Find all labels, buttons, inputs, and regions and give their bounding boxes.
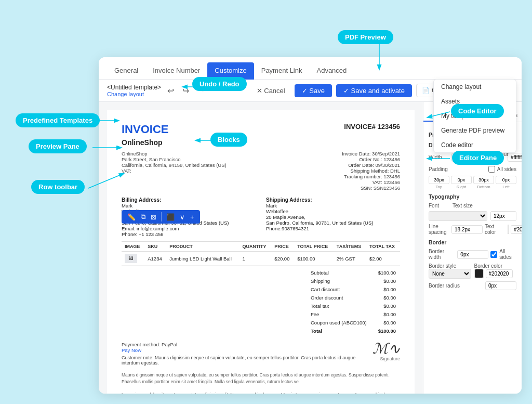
line-spacing-row: Line spacing Text color [429, 224, 516, 235]
payment-section: Payment method: PayPal Pay Now Customer … [122, 342, 400, 366]
padding-right-input[interactable] [451, 176, 472, 184]
border-width-label: Border width [429, 249, 455, 260]
cancel-button[interactable]: ✕ Cancel [251, 84, 290, 97]
annotation-pdf-preview: PDF Preview [338, 30, 393, 44]
border-color-swatch[interactable] [474, 269, 484, 278]
invoice-from: OnlineShop Park Street, San Francisco Ca… [122, 151, 227, 191]
invoice-company: OnlineShop [122, 138, 168, 147]
row-align-button[interactable]: ⬛ [165, 212, 176, 221]
width-label: Width [429, 154, 449, 160]
invoice-table: IMAGE SKU PRODUCT QUANTITY PRICE TOTAL P… [122, 241, 400, 266]
table-row: 🖼 A1234 Jumbing LED Light Wall Ball 1 $2… [122, 252, 400, 266]
border-all-sides-row: All sides [490, 249, 516, 260]
footer-text: Mauris dignissim neque ut sapien vulputa… [122, 372, 400, 394]
right-panel: Change layout Assets My templates Genera… [423, 102, 522, 394]
line-spacing-label: Line spacing [429, 224, 449, 235]
text-size-input[interactable] [490, 211, 516, 221]
font-row: Font Text size [429, 203, 516, 208]
border-radius-input[interactable] [485, 281, 516, 290]
font-select[interactable] [429, 211, 487, 221]
row-add-button[interactable]: + [189, 212, 196, 221]
border-radius-label: Border radius [429, 283, 460, 289]
font-label: Font [429, 203, 449, 208]
padding-row-header: Padding All sides [429, 166, 516, 173]
border-radius-row: Border radius [429, 281, 516, 290]
all-sides-checkbox[interactable] [488, 166, 495, 173]
row-more-button[interactable]: ∨ [178, 212, 187, 221]
item-image: 🖼 [125, 254, 137, 263]
annotation-editor-pane: Editor Pane [452, 151, 504, 165]
padding-label: Padding [429, 166, 449, 172]
tab-advanced[interactable]: Advanced [309, 62, 354, 80]
payment-info: Payment method: PayPal Pay Now Customer … [122, 342, 373, 366]
all-sides-label: All sides [497, 166, 516, 172]
totals-section: Subtotal$100.00 Shipping$0.00 Cart disco… [122, 268, 400, 335]
top-label: Top [429, 185, 449, 189]
tab-payment-link[interactable]: Payment Link [254, 62, 310, 80]
invoice-document: ✏️ ⧉ ⊠ ⬛ ∨ + INVOICE OnlineShop INVOICE#… [107, 110, 415, 394]
invoice-preview: ✏️ ⧉ ⊠ ⬛ ∨ + INVOICE OnlineShop INVOICE#… [99, 102, 423, 394]
left-label: Left [496, 185, 516, 189]
save-activate-button[interactable]: ✓ Save and activate [336, 84, 412, 97]
border-all-sides-label: All sides [499, 249, 516, 260]
annotation-row-toolbar: Row toolbar [31, 180, 85, 194]
text-color-label: Text color [485, 224, 506, 235]
annotation-predefined-templates: Predefined Templates [16, 113, 100, 127]
text-color-input[interactable] [511, 225, 522, 234]
dropdown-code-editor[interactable]: Code editor [434, 138, 516, 152]
shipping-address: Shipping Address: Mark Webtoffee 20 Mapl… [266, 197, 400, 237]
padding-top-input[interactable] [429, 176, 449, 184]
border-all-sides-checkbox[interactable] [490, 251, 497, 258]
row-copy-button[interactable]: ⧉ [139, 212, 147, 221]
padding-bottom-input[interactable] [473, 176, 494, 184]
dropdown-generate-pdf[interactable]: Generate PDF preview [434, 123, 516, 138]
border-color-input[interactable] [486, 269, 513, 278]
all-sides-checkbox-row: All sides [488, 166, 516, 173]
invoice-details-row: OnlineShop Park Street, San Francisco Ca… [122, 151, 400, 191]
invoice-header: INVOICE OnlineShop INVOICE# 123456 [122, 123, 400, 147]
signature-graphic: ℳ∿ [373, 342, 400, 356]
invoice-number-block: INVOICE# 123456 [344, 123, 400, 147]
bottom-label: Bottom [473, 185, 494, 189]
row-toolbar: ✏️ ⧉ ⊠ ⬛ ∨ + [122, 210, 200, 224]
invoice-number: INVOICE# 123456 [344, 123, 400, 131]
border-width-row: Border width All sides [429, 249, 516, 260]
typography-title: Typography [429, 193, 516, 200]
row-edit-button[interactable]: ✏️ [126, 212, 137, 221]
pay-now-link[interactable]: Pay Now [122, 347, 373, 353]
change-layout-link[interactable]: Change layout [107, 91, 161, 97]
annotation-preview-pane: Preview Pane [29, 139, 87, 153]
save-button[interactable]: ✓ Save [295, 84, 332, 97]
padding-left-input[interactable] [496, 176, 516, 184]
annotation-blocks: Blocks [210, 133, 247, 147]
annotation-undo-redo: Undo / Redo [192, 77, 247, 91]
signature-area: ℳ∿ Signature [373, 342, 400, 366]
annotation-code-editor: Code Editor [451, 104, 504, 118]
border-title: Border [429, 239, 516, 245]
padding-grid [429, 176, 516, 184]
redo-button[interactable]: ↪ [180, 85, 191, 97]
padding-labels: Top Right Bottom Left [429, 185, 516, 189]
right-label: Right [451, 185, 472, 189]
bg-color-input[interactable] [508, 153, 522, 162]
border-color-label: Border color [474, 263, 517, 269]
font-input-row [429, 211, 516, 221]
border-style-select[interactable]: None [429, 269, 471, 279]
pdf-icon: 📄 [422, 87, 430, 94]
text-size-label: Text size [453, 203, 473, 208]
border-style-row: Border style None Border color [429, 263, 516, 279]
line-spacing-input[interactable] [451, 225, 483, 234]
table-header-row: IMAGE SKU PRODUCT QUANTITY PRICE TOTAL P… [122, 242, 400, 252]
content-split: ✏️ ⧉ ⊠ ⬛ ∨ + INVOICE OnlineShop INVOICE#… [99, 102, 522, 394]
text-color-swatch[interactable] [508, 225, 509, 234]
row-delete-button[interactable]: ⊠ [149, 212, 158, 221]
undo-button[interactable]: ↩ [165, 85, 176, 97]
border-style-label: Border style [429, 263, 471, 269]
tabs-bar: General Invoice Number Customize Payment… [99, 57, 522, 80]
invoice-meta: Invoice Date: 30/Sep/2021 Order No.: 123… [342, 151, 400, 191]
border-width-input[interactable] [457, 250, 488, 259]
tab-general[interactable]: General [107, 62, 145, 80]
invoice-title: INVOICE [122, 123, 168, 136]
template-name-label: <Untitled template> [107, 84, 161, 91]
totals-table: Subtotal$100.00 Shipping$0.00 Cart disco… [307, 268, 400, 335]
